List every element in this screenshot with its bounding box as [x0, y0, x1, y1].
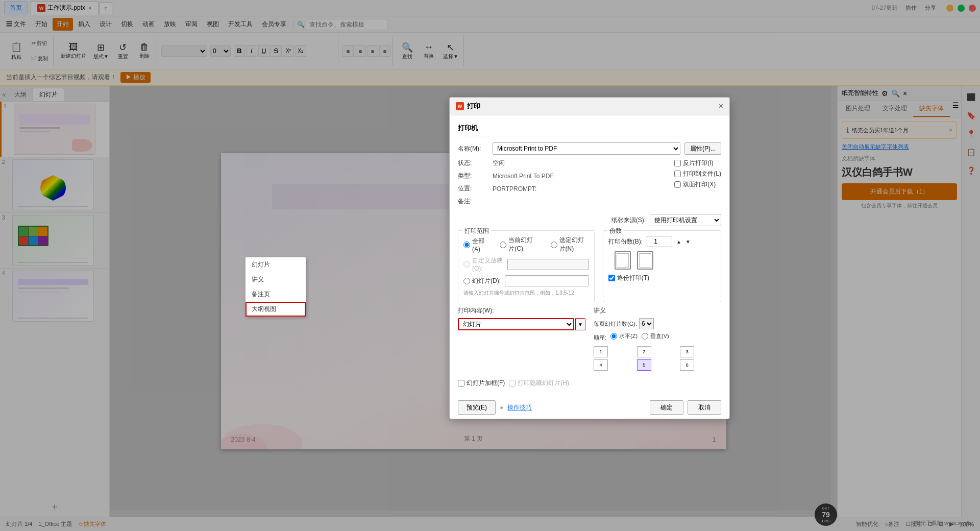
dropdown-item-slides[interactable]: 幻灯片 [246, 257, 306, 272]
print-to-file-label: 打印到文件(L) [683, 170, 721, 178]
cancel-button[interactable]: 取消 [688, 400, 721, 415]
layout-cell-6[interactable]: 6 [680, 359, 694, 371]
printer-info-row: 状态: 空闲 类型: Microsoft Print To PDF 位置: PO… [458, 159, 721, 210]
custom-range-label: 自定义放映(O): [472, 256, 503, 272]
slide-range-radio[interactable] [463, 278, 470, 284]
custom-range-radio[interactable] [463, 261, 470, 268]
order-vertical-row[interactable]: 垂直(V) [642, 332, 669, 340]
dialog-bottom-row: 幻灯片加框(F) 打印隐藏幻灯片(H) [458, 379, 721, 388]
order-horizontal-radio[interactable] [610, 333, 617, 340]
hidden-slide-row[interactable]: 打印隐藏幻灯片(H) [509, 379, 569, 388]
print-content-dropdown-container: 幻灯片 讲义 备注页 大纲视图 ▼ [458, 318, 585, 330]
status-label: 状态: [458, 159, 488, 167]
properties-button[interactable]: 属性(P)... [684, 142, 721, 155]
type-row: 类型: Microsoft Print To PDF [458, 172, 666, 180]
type-label: 类型: [458, 172, 488, 180]
range-selected-radio[interactable] [551, 242, 557, 248]
copies-spinner-down[interactable]: ▼ [685, 239, 691, 245]
paper-source-select[interactable]: 使用打印机设置 [650, 214, 721, 226]
order-vertical-radio[interactable] [642, 333, 648, 340]
order-label: 顺序: [594, 334, 606, 342]
content-right: 讲义 每页幻灯片数(G): 6 1 2 3 4 9 顺序: [594, 306, 721, 375]
range-all-row[interactable]: 全部(A) 当前幻灯片(C) 选定幻灯片(N) [463, 236, 589, 253]
print-content-area: 打印内容(W): 幻灯片 讲义 备注页 大纲视图 ▼ 讲义 每页幻 [458, 306, 721, 375]
hidden-slide-checkbox[interactable] [509, 380, 516, 387]
print-to-file-checkbox-row[interactable]: 打印到文件(L) [674, 170, 721, 178]
reverse-print-checkbox-row[interactable]: 反片打印(I) [674, 159, 713, 167]
layout-cell-2[interactable]: 2 [637, 346, 651, 357]
slide-range-input[interactable] [505, 275, 589, 286]
printer-name-row: 名称(M): Microsoft Print to PDF 属性(P)... [458, 142, 721, 155]
range-all-label: 全部(A) [472, 237, 487, 253]
layout-cell-3[interactable]: 3 [680, 346, 694, 357]
copies-spinner-up[interactable]: ▲ [676, 239, 681, 245]
order-horizontal-row[interactable]: 水平(Z) [610, 332, 638, 340]
layout-cell-1[interactable]: 1 [594, 346, 608, 357]
tips-separator: ● [500, 404, 503, 411]
printer-name-label: 名称(M): [458, 144, 488, 153]
dropdown-item-handout[interactable]: 讲义 [246, 272, 306, 287]
ok-button[interactable]: 确定 [650, 400, 683, 415]
copy-icon-1 [615, 251, 631, 270]
reverse-print-checkbox[interactable] [674, 160, 681, 166]
duplex-checkbox-row[interactable]: 双面打印(X) [674, 180, 716, 189]
printer-info-left: 状态: 空闲 类型: Microsoft Print To PDF 位置: PO… [458, 159, 666, 210]
dropdown-item-notes[interactable]: 备注页 [246, 287, 306, 302]
dialog-body: 打印机 名称(M): Microsoft Print to PDF 属性(P).… [450, 115, 729, 396]
status-value: 空闲 [493, 159, 505, 167]
copies-input[interactable] [647, 236, 672, 247]
notes-row: 备注: [458, 197, 666, 206]
dropdown-item-outline[interactable]: 大纲视图 [246, 302, 306, 317]
printer-checkboxes: 反片打印(I) 打印到文件(L) 双面打印(X) [674, 159, 721, 210]
notes-label: 备注: [458, 197, 488, 206]
print-dialog: W 打印 × 打印机 名称(M): Microsoft Print to PDF… [449, 97, 730, 419]
copies-icons [615, 251, 716, 270]
slide-range-row: 幻灯片(D): [463, 275, 589, 286]
status-row: 状态: 空闲 [458, 159, 666, 167]
frame-checkbox[interactable] [458, 380, 464, 387]
content-dropdown-btn[interactable]: ▼ [575, 318, 585, 330]
content-left: 打印内容(W): 幻灯片 讲义 备注页 大纲视图 ▼ [458, 306, 585, 330]
per-page-select[interactable]: 6 1 2 3 4 9 [639, 318, 654, 329]
print-range-title: 打印范围 [462, 227, 491, 235]
collate-row[interactable]: 逐份打印(T) [608, 274, 716, 282]
print-to-file-checkbox[interactable] [674, 171, 681, 177]
copies-count-row: 打印份数(B): ▲ ▼ [608, 236, 716, 247]
collate-checkbox[interactable] [608, 275, 615, 281]
printer-select[interactable]: Microsoft Print to PDF [493, 142, 680, 155]
location-value: PORTPROMPT: [493, 185, 536, 192]
duplex-label: 双面打印(X) [683, 180, 716, 189]
order-vertical-label: 垂直(V) [650, 332, 669, 340]
duplex-checkbox[interactable] [674, 181, 681, 188]
handout-label: 讲义 [594, 306, 721, 315]
custom-range-row: 自定义放映(O): [463, 256, 589, 272]
custom-range-input[interactable] [507, 259, 589, 270]
dialog-title-icon: W [456, 102, 464, 110]
location-label: 位置: [458, 184, 488, 193]
dialog-title-bar: W 打印 × [450, 98, 729, 115]
order-horizontal-label: 水平(Z) [619, 332, 638, 340]
preview-button[interactable]: 预览(E) [458, 400, 496, 415]
hidden-slide-label: 打印隐藏幻灯片(H) [518, 379, 569, 388]
copy-icon-2 [637, 251, 653, 270]
tips-link[interactable]: 操作技巧 [507, 403, 532, 412]
layout-grid: 1 2 3 4 5 6 [594, 346, 721, 371]
per-page-row: 每页幻灯片数(G): 6 1 2 3 4 9 [594, 318, 721, 329]
frame-row[interactable]: 幻灯片加框(F) [458, 379, 505, 388]
layout-cell-4[interactable]: 4 [594, 359, 608, 371]
print-content-label: 打印内容(W): [458, 306, 585, 315]
print-content-dropdown-menu: 幻灯片 讲义 备注页 大纲视图 [245, 257, 306, 317]
frame-label: 幻灯片加框(F) [467, 379, 505, 388]
range-all-radio[interactable] [463, 242, 470, 248]
range-current-radio[interactable] [500, 242, 506, 248]
layout-cell-5[interactable]: 5 [637, 359, 651, 371]
dialog-close-button[interactable]: × [719, 102, 723, 111]
dialog-footer: 预览(E) ● 操作技巧 确定 取消 [450, 396, 729, 419]
paper-source-label: 纸张来源(S): [611, 216, 646, 225]
slide-range-hint: 请输入幻灯片编号或幻灯片范围，例如，1,3,5-12 [463, 289, 589, 297]
dialog-overlay: W 打印 × 打印机 名称(M): Microsoft Print to PDF… [0, 0, 980, 531]
per-page-label: 每页幻灯片数(G): [594, 320, 637, 328]
print-content-select[interactable]: 幻灯片 讲义 备注页 大纲视图 [458, 318, 574, 330]
type-value: Microsoft Print To PDF [493, 173, 554, 180]
print-range-box: 打印范围 全部(A) 当前幻灯片(C) 选定幻灯片(N) 自定义放映(O): [458, 230, 595, 302]
